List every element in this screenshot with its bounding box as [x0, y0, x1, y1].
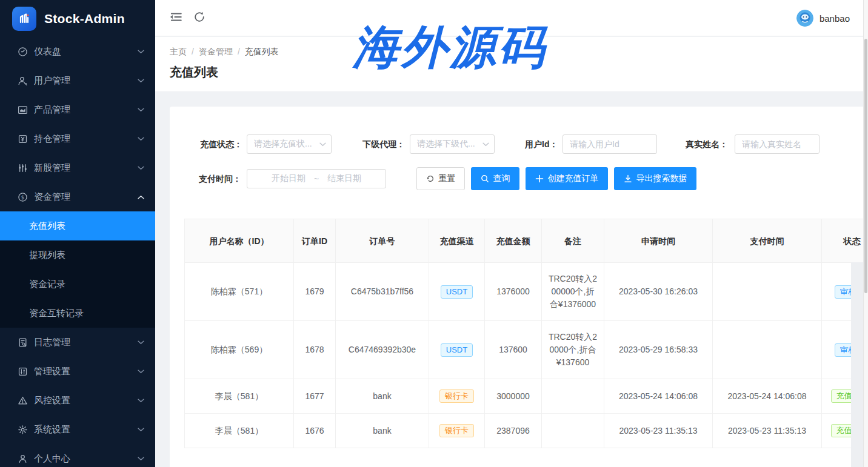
sidebar-item-profile[interactable]: 个人中心 [0, 444, 155, 467]
cell-channel: 银行卡 [429, 414, 485, 448]
pay-time-label: 支付时间： [199, 169, 241, 188]
recharge-status-select[interactable]: 请选择充值状... [247, 134, 332, 154]
user-menu[interactable]: banbao [796, 8, 850, 28]
chevron-down-icon [482, 142, 489, 147]
person-icon [17, 453, 28, 464]
breadcrumb-home[interactable]: 主页 [170, 47, 187, 56]
breadcrumb: 主页/资金管理/充值列表 [170, 47, 279, 58]
funds-submenu: 充值列表 提现列表 资金记录 资金互转记录 [0, 211, 155, 328]
cell-remark [542, 414, 604, 448]
sidebar-item-products[interactable]: 产品管理 [0, 95, 155, 124]
cell-order-no: C647469392b30e [336, 321, 429, 379]
user-id-input[interactable] [563, 134, 657, 154]
col-pay-time: 支付时间 [713, 219, 822, 263]
sidebar-item-admin-settings[interactable]: 管理设置 [0, 357, 155, 386]
search-icon [481, 174, 489, 183]
sidebar-item-fund-records[interactable]: 资金记录 [0, 270, 155, 299]
breadcrumb-current: 充值列表 [245, 47, 279, 56]
chevron-down-icon [137, 135, 144, 142]
money-circle-icon: $ [17, 191, 28, 202]
sidebar-item-system-settings[interactable]: 系统设置 [0, 415, 155, 444]
reset-icon [426, 174, 435, 183]
agent-select[interactable]: 请选择下级代... [410, 134, 495, 154]
chevron-down-icon [137, 368, 144, 375]
chevron-down-icon [137, 397, 144, 404]
cell-pay-time [713, 321, 822, 379]
page-header: 主页/资金管理/充值列表 充值列表 [155, 37, 868, 92]
create-recharge-order-button[interactable]: 创建充值订单 [526, 167, 608, 190]
cell-amount: 137600 [485, 321, 542, 379]
sliders-icon [17, 366, 28, 377]
sidebar-menu: 仪表盘 用户管理 产品管理 持仓管理 新股管理 $ 资金管理 [0, 37, 155, 467]
recharge-table: 用户名称（ID） 订单ID 订单号 充值渠道 充值金额 备注 申请时间 支付时间… [184, 219, 868, 448]
chevron-up-icon [137, 193, 144, 200]
sidebar-item-funds[interactable]: $ 资金管理 [0, 182, 155, 211]
cell-order-no: bank [336, 379, 429, 414]
users-icon [17, 75, 28, 86]
log-document-icon [17, 337, 28, 348]
col-order-id: 订单ID [294, 219, 336, 263]
reload-icon[interactable] [193, 10, 207, 25]
sidebar-item-dashboard[interactable]: 仪表盘 [0, 37, 155, 66]
cell-pay-time [713, 263, 822, 321]
breadcrumb-funds[interactable]: 资金管理 [199, 47, 233, 56]
sidebar-item-logs[interactable]: 日志管理 [0, 328, 155, 357]
chevron-down-icon [137, 164, 144, 171]
channel-badge: USDT [441, 285, 473, 299]
avatar [796, 10, 813, 27]
page-scrollbar[interactable] [863, 0, 868, 467]
collapse-sidebar-icon[interactable] [169, 10, 183, 25]
col-remark: 备注 [542, 219, 604, 263]
sidebar-item-ipo[interactable]: 新股管理 [0, 153, 155, 182]
recharge-card: 充值状态： 请选择充值状... 下级代理： 请选择下级代... 用户Id： 真实… [170, 107, 868, 467]
cell-apply-time: 2023-05-29 16:58:33 [604, 321, 713, 379]
candlestick-icon [17, 162, 28, 173]
real-name-input[interactable] [735, 134, 820, 154]
username: banbao [820, 13, 850, 24]
app-logo[interactable]: Stock-Admin [0, 0, 155, 37]
app-title: Stock-Admin [44, 12, 125, 26]
channel-badge: 银行卡 [439, 424, 474, 437]
cell-amount: 2387096 [485, 414, 542, 448]
date-start-placeholder: 开始日期 [272, 173, 305, 184]
cell-apply-time: 2023-05-23 11:35:13 [604, 414, 713, 448]
download-icon [624, 174, 632, 183]
reset-button[interactable]: 重置 [416, 167, 465, 190]
table-scrollbar-gutter[interactable] [851, 262, 863, 467]
agent-label: 下级代理： [362, 134, 405, 154]
cell-order-no: C6475b31b7ff56 [336, 263, 429, 321]
col-channel: 充值渠道 [429, 219, 485, 263]
cell-amount: 1376000 [485, 263, 542, 321]
query-button[interactable]: 查询 [471, 167, 519, 190]
sidebar-item-users[interactable]: 用户管理 [0, 66, 155, 95]
cell-order-id: 1677 [294, 379, 336, 414]
page-scrollbar-thumb[interactable] [864, 39, 867, 293]
chevron-down-icon [137, 106, 144, 113]
export-search-data-button[interactable]: 导出搜索数据 [614, 167, 696, 190]
sidebar-item-recharge-list[interactable]: 充值列表 [0, 211, 155, 240]
cell-pay-time: 2023-05-24 14:06:08 [713, 379, 822, 414]
svg-text:$: $ [21, 194, 24, 200]
cell-user: 陈柏霖（571） [185, 263, 294, 321]
cell-order-id: 1679 [294, 263, 336, 321]
cell-amount: 3000000 [485, 379, 542, 414]
sidebar-item-positions[interactable]: 持仓管理 [0, 124, 155, 153]
table-row: 陈柏霖（571） 1679 C6475b31b7ff56 USDT 137600… [185, 263, 868, 321]
cell-order-id: 1676 [294, 414, 336, 448]
cell-remark: TRC20转入200000个,折合¥1376000 [542, 263, 604, 321]
cell-remark: TRC20转入20000个,折合¥137600 [542, 321, 604, 379]
channel-badge: USDT [441, 343, 473, 357]
sidebar-item-withdraw-list[interactable]: 提现列表 [0, 240, 155, 270]
cell-channel: 银行卡 [429, 379, 485, 414]
chevron-down-icon [137, 426, 144, 433]
dashboard-icon [17, 46, 28, 57]
sidebar-item-risk-settings[interactable]: 风控设置 [0, 386, 155, 415]
app-logo-icon [12, 7, 36, 31]
cell-order-id: 1678 [294, 321, 336, 379]
pay-time-range-picker[interactable]: 开始日期 ~ 结束日期 [247, 169, 386, 188]
page-title: 充值列表 [170, 64, 218, 81]
plus-icon [535, 174, 544, 183]
col-status: 状态 [822, 219, 868, 263]
topbar: banbao [155, 0, 868, 36]
sidebar-item-fund-transfer-records[interactable]: 资金互转记录 [0, 299, 155, 328]
